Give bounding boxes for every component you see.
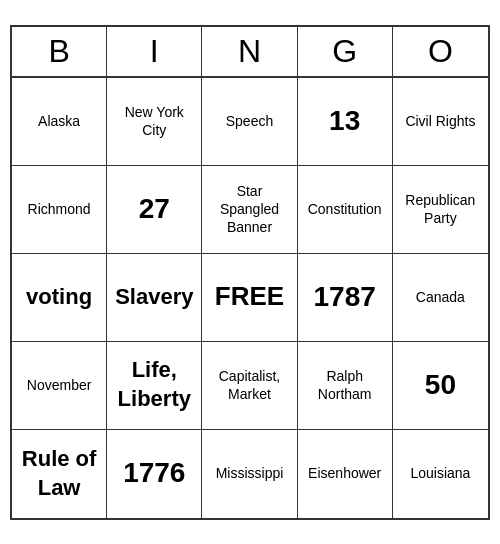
cell-text-7: Star Spangled Banner (206, 182, 292, 237)
cell-text-12: FREE (215, 280, 284, 314)
bingo-cell-15: November (12, 342, 107, 430)
cell-text-14: Canada (416, 288, 465, 306)
bingo-cell-1: New York City (107, 78, 202, 166)
bingo-header: BINGO (12, 27, 488, 78)
bingo-cell-14: Canada (393, 254, 488, 342)
bingo-cell-7: Star Spangled Banner (202, 166, 297, 254)
cell-text-2: Speech (226, 112, 273, 130)
bingo-cell-21: 1776 (107, 430, 202, 518)
bingo-cell-22: Mississippi (202, 430, 297, 518)
cell-text-4: Civil Rights (405, 112, 475, 130)
bingo-card: BINGO AlaskaNew York CitySpeech13Civil R… (10, 25, 490, 520)
bingo-cell-17: Capitalist, Market (202, 342, 297, 430)
header-letter-o: O (393, 27, 488, 76)
bingo-cell-13: 1787 (298, 254, 393, 342)
bingo-cell-11: Slavery (107, 254, 202, 342)
cell-text-0: Alaska (38, 112, 80, 130)
cell-text-21: 1776 (123, 455, 185, 491)
cell-text-3: 13 (329, 103, 360, 139)
header-letter-b: B (12, 27, 107, 76)
bingo-cell-19: 50 (393, 342, 488, 430)
cell-text-6: 27 (139, 191, 170, 227)
cell-text-19: 50 (425, 367, 456, 403)
bingo-cell-9: Republican Party (393, 166, 488, 254)
cell-text-11: Slavery (115, 283, 193, 312)
cell-text-22: Mississippi (216, 464, 284, 482)
cell-text-5: Richmond (28, 200, 91, 218)
bingo-cell-23: Eisenhower (298, 430, 393, 518)
cell-text-9: Republican Party (397, 191, 484, 227)
cell-text-20: Rule of Law (16, 445, 102, 502)
bingo-cell-4: Civil Rights (393, 78, 488, 166)
bingo-cell-12: FREE (202, 254, 297, 342)
bingo-grid: AlaskaNew York CitySpeech13Civil RightsR… (12, 78, 488, 518)
bingo-cell-0: Alaska (12, 78, 107, 166)
cell-text-13: 1787 (314, 279, 376, 315)
cell-text-8: Constitution (308, 200, 382, 218)
cell-text-16: Life, Liberty (111, 356, 197, 413)
cell-text-18: Ralph Northam (302, 367, 388, 403)
header-letter-g: G (298, 27, 393, 76)
cell-text-1: New York City (111, 103, 197, 139)
cell-text-23: Eisenhower (308, 464, 381, 482)
bingo-cell-10: voting (12, 254, 107, 342)
bingo-cell-5: Richmond (12, 166, 107, 254)
bingo-cell-16: Life, Liberty (107, 342, 202, 430)
bingo-cell-24: Louisiana (393, 430, 488, 518)
cell-text-15: November (27, 376, 92, 394)
cell-text-17: Capitalist, Market (206, 367, 292, 403)
bingo-cell-20: Rule of Law (12, 430, 107, 518)
bingo-cell-3: 13 (298, 78, 393, 166)
cell-text-24: Louisiana (410, 464, 470, 482)
header-letter-n: N (202, 27, 297, 76)
bingo-cell-6: 27 (107, 166, 202, 254)
bingo-cell-18: Ralph Northam (298, 342, 393, 430)
bingo-cell-2: Speech (202, 78, 297, 166)
header-letter-i: I (107, 27, 202, 76)
bingo-cell-8: Constitution (298, 166, 393, 254)
cell-text-10: voting (26, 283, 92, 312)
